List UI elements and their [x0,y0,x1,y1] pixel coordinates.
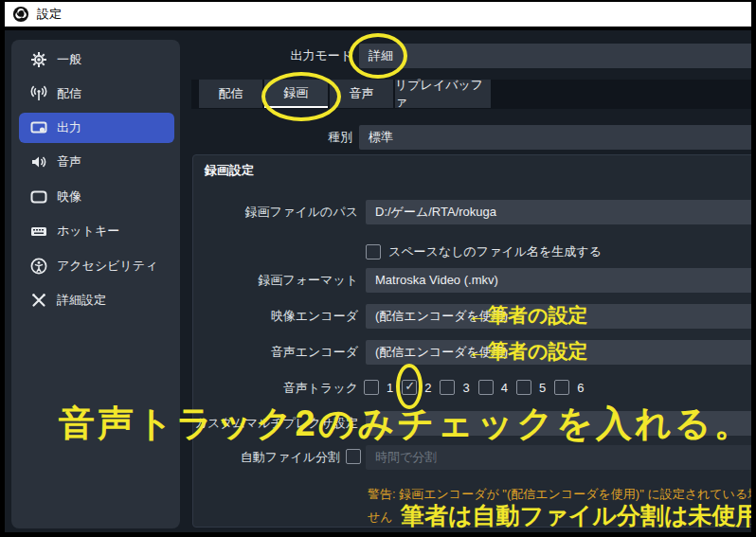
track-6: 6 [554,380,584,395]
settings-dialog: 一般 配信 出力 音声 映像 ホットキー アクセシビリティ 詳細設定 [5,30,751,532]
track-5-number: 5 [539,381,546,395]
annotation-audio-encoder-note: ←筆者の設定 [468,338,588,365]
video-encoder-label: 映像エンコーダ [193,309,358,324]
sidebar-item-accessibility[interactable]: アクセシビリティ [19,251,174,281]
track-3-checkbox[interactable] [440,380,455,395]
sidebar-item-advanced[interactable]: 詳細設定 [19,285,174,315]
sidebar-item-label: 音声 [57,153,81,170]
video-icon [30,188,47,206]
track-4-checkbox[interactable] [478,380,494,395]
auto-split-checkbox[interactable] [346,449,361,464]
audio-tracks-label: 音声トラック [193,381,358,396]
no-space-checkbox[interactable] [366,244,381,260]
no-space-label: スペースなしのファイル名を生成する [388,244,602,260]
keyboard-icon [30,223,47,240]
sidebar-item-output[interactable]: 出力 [19,113,174,143]
sidebar-item-label: 配信 [57,85,81,102]
accessibility-icon [30,258,47,275]
track-3: 3 [440,380,469,395]
track-3-number: 3 [462,381,469,395]
sidebar-item-label: 映像 [57,188,81,206]
sidebar-item-stream[interactable]: 配信 [19,79,174,109]
auto-split-label: 自動ファイル分割 [193,450,340,465]
tools-icon [30,292,47,309]
output-icon [30,119,47,136]
track-4: 4 [478,380,508,395]
titlebar: 設定 [5,2,751,27]
sidebar-item-label: アクセシビリティ [57,258,157,275]
encoder-warning-line2: せん [368,509,393,526]
sidebar-item-label: 出力 [57,119,81,136]
sidebar-item-hotkeys[interactable]: ホットキー [19,216,174,246]
track-5: 5 [516,380,546,395]
format-select[interactable]: Matroska Video (.mkv) [366,268,751,293]
track-1: 1 [364,380,393,395]
auto-split-mode-select[interactable]: 時間で分割 [366,445,751,470]
sidebar-item-label: 一般 [57,51,81,68]
recording-path-input[interactable]: D:/ゲーム/RTA/rokuga [366,200,751,224]
track-2-number: 2 [424,381,431,395]
obs-logo-icon [12,6,29,23]
audio-encoder-label: 音声エンコーダ [193,345,358,360]
sidebar-item-label: 詳細設定 [57,292,106,309]
tab-stream[interactable]: 配信 [199,80,262,108]
track-1-number: 1 [387,381,393,395]
sidebar-item-general[interactable]: 一般 [19,45,174,75]
track-4-number: 4 [501,381,508,395]
audio-icon [30,153,47,170]
settings-sidebar: 一般 配信 出力 音声 映像 ホットキー アクセシビリティ 詳細設定 [11,40,180,528]
annotation-circle-output-mode [349,33,407,79]
window-title: 設定 [37,6,62,23]
annotation-circle-recording-tab [261,72,341,121]
annotation-video-encoder-note: ←筆者の設定 [468,302,588,329]
sidebar-item-label: ホットキー [57,223,119,240]
sidebar-item-audio[interactable]: 音声 [19,147,174,177]
type-select[interactable]: 標準 [359,125,751,150]
group-title: 録画設定 [205,162,254,179]
track-1-checkbox[interactable] [364,380,379,395]
annotation-split-note: 筆者は自動ファイル分割は未使用 [401,500,751,531]
gear-icon [30,51,47,68]
tab-replay-buffer[interactable]: リプレイバッファ [395,80,491,108]
recording-path-label: 録画ファイルのパス [193,205,358,220]
track-5-checkbox[interactable] [516,380,531,395]
annotation-track-note: 音声トラック2のみチェックを入れる。 [59,400,751,448]
output-mode-label: 出力モード [213,48,352,63]
format-label: 録画フォーマット [193,273,358,288]
track-6-checkbox[interactable] [554,380,569,395]
type-label: 種別 [213,130,352,145]
broadcast-icon [30,85,47,102]
track-6-number: 6 [577,381,584,395]
output-mode-select[interactable]: 詳細 [359,44,751,68]
sidebar-item-video[interactable]: 映像 [19,182,174,212]
